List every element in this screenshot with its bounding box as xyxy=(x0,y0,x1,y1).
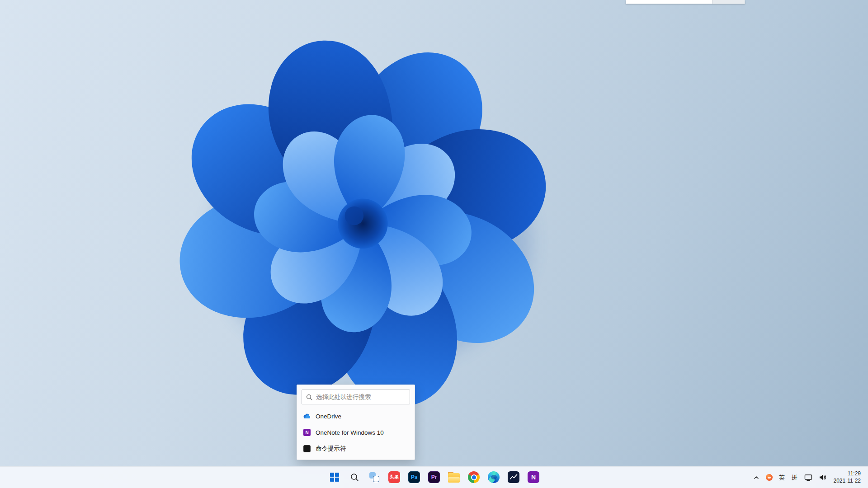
onenote-icon: N xyxy=(528,471,539,483)
toutiao-app-button[interactable]: 头条 xyxy=(385,468,403,486)
premiere-icon: Pr xyxy=(428,471,440,483)
partial-window-edge-segment xyxy=(712,0,745,4)
search-result-label: OneNote for Windows 10 xyxy=(316,429,384,436)
language-indicator-pinyin[interactable]: 拼 xyxy=(791,471,799,484)
language-indicator-en[interactable]: 英 xyxy=(778,471,786,484)
system-tray: 英 拼 11:29 2021-11-22 xyxy=(747,467,868,488)
command-prompt-icon xyxy=(303,445,311,452)
taskbar-clock[interactable]: 11:29 2021-11-22 xyxy=(832,469,863,485)
photoshop-icon: Ps xyxy=(408,471,420,483)
ime-icon xyxy=(766,474,773,481)
toutiao-icon: 头条 xyxy=(388,471,400,483)
taskbar-search-button[interactable] xyxy=(345,468,363,486)
onenote-icon: N xyxy=(303,429,311,436)
clock-date: 2021-11-22 xyxy=(834,478,861,485)
desktop[interactable]: OneDrive N OneNote for Windows 10 命令提示符 xyxy=(0,0,868,488)
chrome-app-button[interactable] xyxy=(465,468,483,486)
search-result-label: OneDrive xyxy=(316,413,341,420)
display-tray-button[interactable] xyxy=(803,471,813,484)
search-result-onedrive[interactable]: OneDrive xyxy=(297,408,415,424)
search-result-command-prompt[interactable]: 命令提示符 xyxy=(297,441,415,457)
windows-logo-icon xyxy=(330,473,339,482)
start-button[interactable] xyxy=(326,468,344,486)
onedrive-icon xyxy=(303,413,311,420)
partial-window-top-edge[interactable] xyxy=(626,0,745,4)
edge-icon xyxy=(488,471,500,483)
search-result-onenote[interactable]: N OneNote for Windows 10 xyxy=(297,424,415,441)
chevron-up-icon xyxy=(754,475,759,480)
task-view-icon xyxy=(369,472,379,482)
edge-app-button[interactable] xyxy=(485,468,503,486)
search-icon xyxy=(350,473,359,482)
tray-overflow-button[interactable] xyxy=(752,471,760,484)
wallpaper-bloom-image xyxy=(111,20,615,411)
search-icon xyxy=(306,394,312,400)
volume-tray-button[interactable] xyxy=(818,471,827,484)
task-view-button[interactable] xyxy=(365,468,383,486)
clock-time: 11:29 xyxy=(834,470,861,478)
taskbar: 头条 Ps Pr xyxy=(0,466,868,488)
stock-chart-icon xyxy=(508,471,519,483)
file-explorer-icon xyxy=(448,473,460,483)
taskbar-center-group: 头条 Ps Pr xyxy=(326,468,542,486)
volume-icon xyxy=(819,474,826,481)
search-result-label: 命令提示符 xyxy=(316,445,346,453)
ime-tray-button[interactable] xyxy=(765,471,774,484)
premiere-app-button[interactable]: Pr xyxy=(425,468,443,486)
search-input[interactable] xyxy=(316,394,406,400)
search-box[interactable] xyxy=(302,389,410,404)
onenote-app-button[interactable]: N xyxy=(524,468,542,486)
chrome-icon xyxy=(468,471,480,483)
stocks-app-button[interactable] xyxy=(505,468,523,486)
display-icon xyxy=(804,474,812,481)
file-explorer-button[interactable] xyxy=(445,468,463,486)
search-flyout-panel: OneDrive N OneNote for Windows 10 命令提示符 xyxy=(297,385,415,460)
photoshop-app-button[interactable]: Ps xyxy=(405,468,423,486)
